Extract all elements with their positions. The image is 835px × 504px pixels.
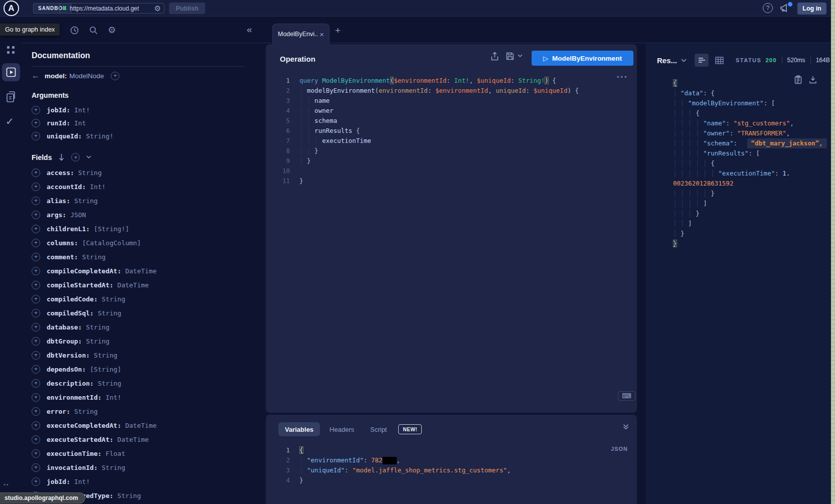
field-database: +database:String bbox=[32, 320, 256, 334]
doc-item-type[interactable]: JSON bbox=[70, 211, 86, 219]
add-database-icon[interactable]: + bbox=[32, 323, 40, 331]
add-args-icon[interactable]: + bbox=[32, 211, 40, 219]
tab-modelbyenvironment[interactable]: ModelByEnvi... × bbox=[272, 24, 329, 44]
save-operation-icon[interactable] bbox=[506, 52, 515, 61]
help-icon[interactable]: ? bbox=[763, 3, 773, 13]
add-executeCompletedAt-icon[interactable]: + bbox=[32, 421, 40, 430]
field-args: +args:JSON bbox=[32, 208, 256, 222]
add-executionTime-icon[interactable]: + bbox=[32, 449, 40, 458]
publish-button[interactable]: Publish bbox=[169, 3, 205, 14]
add-model-icon[interactable]: + bbox=[111, 72, 119, 80]
add-environmentId-icon[interactable]: + bbox=[32, 393, 40, 402]
doc-item-type[interactable]: Int! bbox=[74, 478, 90, 485]
add-compiledCode-icon[interactable]: + bbox=[32, 295, 40, 303]
add-accountId-icon[interactable]: + bbox=[32, 183, 40, 191]
doc-item-type[interactable]: String bbox=[98, 309, 121, 317]
doc-item-name: uniqueId: bbox=[47, 132, 82, 140]
add-access-icon[interactable]: + bbox=[32, 169, 40, 177]
save-menu-chevron-icon[interactable] bbox=[518, 54, 523, 58]
add-jobId-icon[interactable]: + bbox=[32, 477, 40, 486]
table-view-toggle-icon[interactable] bbox=[713, 54, 726, 67]
new-tab-button[interactable]: + bbox=[335, 25, 341, 36]
response-viewer[interactable]: {│ "data": {│ │ "modelByEnvironment": [│… bbox=[663, 78, 831, 249]
doc-item-type[interactable]: [CatalogColumn] bbox=[82, 239, 141, 247]
doc-item-type[interactable]: String! bbox=[86, 132, 113, 140]
field-jobId: +jobId:Int! bbox=[32, 474, 256, 488]
add-uniqueId-icon[interactable]: + bbox=[32, 132, 40, 140]
search-icon[interactable] bbox=[89, 26, 98, 35]
sort-fields-icon[interactable] bbox=[58, 153, 65, 161]
add-alias-icon[interactable]: + bbox=[32, 197, 40, 205]
doc-item-type[interactable]: String bbox=[86, 323, 109, 331]
explorer-settings-gear-icon[interactable]: ⚙ bbox=[108, 25, 116, 36]
collapse-variables-icon[interactable] bbox=[623, 424, 629, 430]
add-dbtVersion-icon[interactable]: + bbox=[32, 351, 40, 360]
operation-editor[interactable]: 1query ModelByEnvironment($environmentId… bbox=[266, 76, 637, 186]
add-description-icon[interactable]: + bbox=[32, 379, 40, 388]
explorer-tab-icon[interactable] bbox=[2, 63, 20, 81]
add-jobId-icon[interactable]: + bbox=[32, 106, 40, 114]
variables-editor[interactable]: 1{2│ "environmentId": 782 ,3│ "uniqueId"… bbox=[266, 445, 637, 485]
doc-item-type[interactable]: DateTime bbox=[125, 267, 157, 275]
doc-item-type[interactable]: String bbox=[74, 408, 98, 415]
field-accountId: +accountId:Int! bbox=[32, 180, 256, 194]
doc-item-type[interactable]: Int! bbox=[90, 183, 105, 191]
add-runId-icon[interactable]: + bbox=[32, 119, 40, 127]
doc-item-type[interactable]: [String!] bbox=[94, 225, 129, 233]
schema-tab-icon[interactable] bbox=[5, 90, 17, 103]
doc-item-type[interactable]: DateTime bbox=[125, 422, 157, 429]
keyboard-shortcuts-icon[interactable]: ⌨ bbox=[618, 391, 635, 401]
fields-menu-chevron-icon[interactable] bbox=[86, 155, 91, 159]
announcements-megaphone-icon[interactable] bbox=[779, 3, 792, 15]
add-invocationId-icon[interactable]: + bbox=[32, 463, 40, 472]
doc-item-type[interactable]: [String] bbox=[90, 366, 121, 373]
tab-script[interactable]: Script bbox=[364, 422, 393, 436]
add-compiledSql-icon[interactable]: + bbox=[32, 309, 40, 317]
tab-variables[interactable]: Variables bbox=[278, 422, 320, 436]
share-operation-icon[interactable] bbox=[490, 52, 499, 61]
doc-item-type[interactable]: String bbox=[78, 169, 102, 177]
graph-index-icon[interactable] bbox=[7, 46, 15, 54]
doc-item-type[interactable]: String bbox=[74, 197, 98, 205]
doc-item-type[interactable]: String bbox=[102, 464, 125, 471]
add-all-fields-icon[interactable]: + bbox=[71, 153, 80, 161]
checks-tab-icon[interactable]: ✓ bbox=[6, 115, 14, 127]
apollo-logo[interactable]: A bbox=[4, 1, 19, 16]
add-compileCompletedAt-icon[interactable]: + bbox=[32, 267, 40, 275]
add-compileStartedAt-icon[interactable]: + bbox=[32, 281, 40, 289]
login-button[interactable]: Log in bbox=[797, 3, 826, 15]
add-comment-icon[interactable]: + bbox=[32, 253, 40, 261]
history-icon[interactable] bbox=[70, 26, 79, 35]
doc-item-type[interactable]: String bbox=[82, 253, 106, 261]
run-operation-button[interactable]: ▷ ModelByEnvironment bbox=[532, 51, 633, 66]
doc-item-type[interactable]: String bbox=[86, 338, 109, 345]
endpoint-url-box[interactable]: https://metadata.cloud.get ⚙ bbox=[59, 3, 164, 14]
doc-item-type[interactable]: Int! bbox=[106, 394, 121, 401]
code-line: 2│ "environmentId": 782 , bbox=[266, 455, 637, 465]
back-arrow-icon[interactable]: ← bbox=[32, 71, 45, 80]
tab-headers[interactable]: Headers bbox=[323, 422, 361, 436]
doc-item-type[interactable]: String bbox=[117, 492, 141, 499]
add-childrenL1-icon[interactable]: + bbox=[32, 225, 40, 233]
add-dbtGroup-icon[interactable]: + bbox=[32, 337, 40, 346]
response-menu-chevron-icon[interactable] bbox=[681, 59, 687, 62]
add-dependsOn-icon[interactable]: + bbox=[32, 365, 40, 374]
response-title[interactable]: Res... bbox=[657, 56, 677, 65]
raw-view-toggle-icon[interactable] bbox=[695, 54, 709, 67]
doc-item-type[interactable]: Int! bbox=[74, 106, 90, 114]
doc-item-type[interactable]: DateTime bbox=[117, 436, 149, 443]
add-error-icon[interactable]: + bbox=[32, 407, 40, 416]
doc-item-type[interactable]: DateTime bbox=[117, 281, 149, 289]
collapse-panel-icon[interactable]: « bbox=[247, 24, 252, 35]
doc-item-type[interactable]: Int bbox=[74, 119, 86, 127]
add-executeStartedAt-icon[interactable]: + bbox=[32, 435, 40, 444]
model-type-name[interactable]: ModelNode bbox=[69, 72, 104, 80]
doc-item-type[interactable]: String bbox=[94, 352, 117, 359]
endpoint-settings-gear-icon[interactable]: ⚙ bbox=[154, 5, 161, 12]
tab-close-icon[interactable]: × bbox=[319, 30, 324, 39]
doc-item-type[interactable]: String bbox=[98, 380, 121, 387]
add-columns-icon[interactable]: + bbox=[32, 239, 40, 247]
doc-item-type[interactable]: String bbox=[102, 295, 125, 303]
doc-item-type[interactable]: Float bbox=[106, 450, 125, 457]
endpoint-url-input[interactable]: https://metadata.cloud.get bbox=[70, 5, 151, 12]
